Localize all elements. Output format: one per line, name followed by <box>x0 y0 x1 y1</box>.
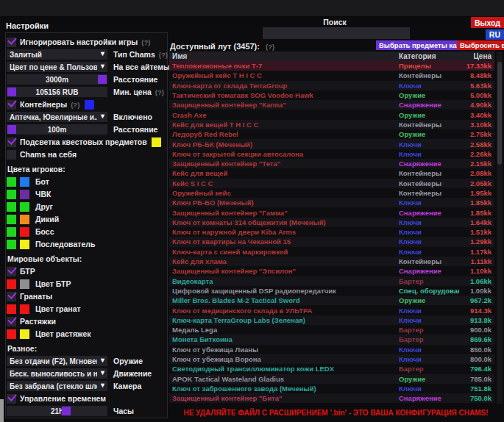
player-color-swatch-2[interactable] <box>20 202 29 212</box>
table-row[interactable]: Защищенный контейнер "Эпсилон" Снаряжени… <box>169 266 494 276</box>
drop-all-button[interactable]: Выбросить все <box>457 40 504 50</box>
table-row[interactable]: Кейс для вещей T H I C C Контейнеры 3.10… <box>169 120 494 129</box>
player-color-swatch-1[interactable] <box>7 202 16 212</box>
player-color-swatch-2[interactable] <box>20 227 29 237</box>
item-price: 913.8k <box>459 316 494 324</box>
quest-items-checkbox[interactable] <box>7 137 16 147</box>
table-row[interactable]: Ледоруб Red Rebel Оружие 2.75kk <box>169 129 494 139</box>
btr-checkbox[interactable] <box>7 267 16 276</box>
grenade-color-swatch-2[interactable] <box>20 304 29 314</box>
column-header-price[interactable]: Цена <box>459 52 494 60</box>
meds-filter-dropdown[interactable]: Аптечка, Ювелирные и... ▼ <box>7 112 107 122</box>
chams-self-checkbox[interactable] <box>7 150 16 160</box>
table-row[interactable]: Ключ-карта с синей маркировкой Ключи 1.1… <box>169 247 494 257</box>
table-row[interactable]: Кейс S I C C Контейнеры 2.05kk <box>169 179 494 188</box>
player-color-swatch-2[interactable] <box>20 177 29 187</box>
slider-grab[interactable] <box>98 75 107 84</box>
grenade-color-swatch-1[interactable] <box>7 304 16 314</box>
player-color-swatch-1[interactable] <box>7 227 16 237</box>
item-name: Ключ-карта с синей маркировкой <box>169 248 399 256</box>
table-row[interactable]: Защищенный контейнер "Тета" Снаряжение 2… <box>169 159 494 168</box>
table-row[interactable]: Кейс для хлама Контейнеры 1.11kk <box>169 257 494 266</box>
table-row[interactable]: Защищенный контейнер "Каппа" Снаряжение … <box>169 100 494 110</box>
table-row[interactable]: Оружейный кейс T H I C C Контейнеры 8.48… <box>169 71 494 80</box>
player-color-swatch-1[interactable] <box>7 240 16 249</box>
tripwire-color-swatch-2[interactable] <box>20 329 29 339</box>
item-category: Бартер <box>399 365 459 373</box>
table-row[interactable]: Crash Axe Оружие 3.40kk <box>169 110 494 119</box>
table-row[interactable]: Ключ-карта от склада TerraGroup Ключи 5.… <box>169 81 494 90</box>
table-row[interactable]: Цифровой защищенный DSP радиопередатчик … <box>169 286 494 296</box>
table-row[interactable]: Видеокарта Бартер 1.06kk <box>169 276 494 286</box>
table-row[interactable]: Кейс для вещей Контейнеры 2.08kk <box>169 168 494 178</box>
weapon-dropdown[interactable]: Без отдачи (F2), Мгновенное п ▼ <box>7 356 107 366</box>
search-input[interactable] <box>263 27 410 39</box>
quest-color-swatch[interactable] <box>152 137 161 147</box>
item-category: Спец. оборудование <box>399 287 459 295</box>
camera-dropdown[interactable]: Без забрала (стекло шлема) ▼ <box>7 381 107 391</box>
containers-color-swatch[interactable] <box>85 100 94 110</box>
table-row[interactable]: Ключ РБ-БО (Меченый) Ключи 1.85kk <box>169 198 494 207</box>
table-row[interactable]: Ключ РБ-БК (Меченый) Ключи 2.58kk <box>169 139 494 149</box>
item-price: 2.58kk <box>459 140 494 149</box>
table-row[interactable]: APOK Tactical Wasteland Gladius Оружие 7… <box>169 374 494 384</box>
column-header-name[interactable]: Имя <box>169 52 399 60</box>
player-color-swatch-2[interactable] <box>20 240 29 249</box>
player-color-swatch-2[interactable] <box>20 190 29 199</box>
player-color-swatch-1[interactable] <box>7 215 16 224</box>
item-name: Цифровой защищенный DSP радиопередатчик <box>169 287 399 295</box>
slider-grab[interactable] <box>62 407 71 415</box>
btr-color-swatch-2[interactable] <box>20 279 29 289</box>
table-row[interactable]: Ключ-карта TerraGroup Labs (Зеленая) Клю… <box>169 315 494 325</box>
meds-distance-slider[interactable]: 100m <box>7 124 107 135</box>
exit-button[interactable]: Выход <box>471 17 504 28</box>
time-control-checkbox[interactable] <box>7 394 16 404</box>
table-scrollbar[interactable] <box>497 51 503 404</box>
table-row[interactable]: Ключ от комнаты 314 общежития (Меченый) … <box>169 218 494 227</box>
apply-mode-dropdown[interactable]: Цвет по цене & Пользователь ▼ <box>7 62 107 72</box>
table-row[interactable]: Тактический томагавк SOG Voodoo Hawk Ору… <box>169 90 494 100</box>
btr-color-row: Цвет БТР <box>7 279 166 289</box>
table-row[interactable]: Светодиодный трансиллюминатор кожи LEDX … <box>169 364 494 373</box>
tripwires-checkbox[interactable] <box>7 317 16 326</box>
item-category: Снаряжение <box>399 267 459 275</box>
background-window-edge <box>0 399 4 422</box>
item-name: Оружейный кейс T H I C C <box>169 71 399 79</box>
item-name: Защищенный контейнер "Бита" <box>169 394 399 402</box>
table-row[interactable]: Miller Bros. Blades M-2 Tactical Sword О… <box>169 296 494 305</box>
grenades-checkbox[interactable] <box>7 292 16 301</box>
table-row[interactable]: Ключ от закрытой секции автосалона Ключи… <box>169 149 494 159</box>
min-price-slider[interactable]: 105156 RUB <box>7 87 107 97</box>
table-row[interactable]: Тепловизионные очки Т-7 Прицелы 17.33kk <box>169 61 494 71</box>
ignore-game-settings-checkbox[interactable] <box>7 37 16 47</box>
movement-dropdown[interactable]: Беск. выносливость и нет уста ▼ <box>7 368 107 379</box>
table-row[interactable]: Ключ от заброшенного завода (Меченый) Кл… <box>169 384 494 393</box>
tripwire-color-swatch-1[interactable] <box>7 329 16 339</box>
slider-grab[interactable] <box>7 125 16 134</box>
player-color-swatch-1[interactable] <box>7 177 16 187</box>
item-price: 1.11kk <box>459 257 494 265</box>
hours-slider[interactable]: 21h <box>7 406 107 416</box>
column-header-category[interactable]: Категория <box>399 52 459 60</box>
table-row[interactable]: Защищенный контейнер "Бита" Снаряжение 7… <box>169 393 494 403</box>
slider-grab[interactable] <box>7 87 16 96</box>
table-row[interactable]: Ключ от убежища Ворона Ключи 800.0k <box>169 354 494 364</box>
containers-row: Контейнеры (?) <box>7 99 166 110</box>
table-row[interactable]: Ключ от квартиры на Чеканной 15 Ключи 1.… <box>169 237 494 246</box>
player-color-swatch-2[interactable] <box>20 215 29 224</box>
chams-type-dropdown[interactable]: Залитый ▼ <box>7 49 107 60</box>
table-row[interactable]: Ключ от наружной двери Kiba Arms Ключи 1… <box>169 227 494 237</box>
player-color-swatch-1[interactable] <box>7 190 16 199</box>
table-row[interactable]: Оружейный кейс Контейнеры 1.95kk <box>169 188 494 198</box>
language-button[interactable]: RU <box>486 29 504 40</box>
table-row[interactable]: Монета Биткоина Бартер 869.6k <box>169 335 494 344</box>
scrollbar-thumb[interactable] <box>497 62 502 165</box>
table-row[interactable]: Защищенный контейнер "Гамма" Снаряжение … <box>169 207 494 217</box>
containers-checkbox[interactable] <box>7 100 16 110</box>
btr-color-swatch-1[interactable] <box>7 279 16 289</box>
table-row[interactable]: Ключ от убежища Лианы Ключи 850.0k <box>169 345 494 354</box>
distance-slider[interactable]: 3000m <box>7 74 107 85</box>
settings-box: Игнорировать настройки игры (?) Залитый … <box>5 32 168 418</box>
table-row[interactable]: Ключ от медицинского склада в УЛЬТРА Клю… <box>169 305 494 315</box>
table-row[interactable]: Медаль Lega Бартер 900.0k <box>169 325 494 335</box>
